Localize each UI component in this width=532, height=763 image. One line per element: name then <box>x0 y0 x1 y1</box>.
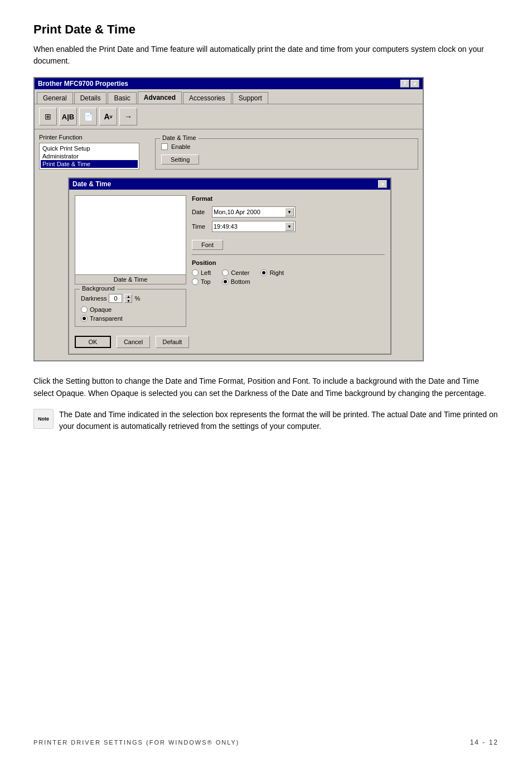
enable-row: Enable <box>161 143 412 150</box>
font-a-toolbar-icon[interactable]: Av <box>99 108 117 125</box>
center-radio-item[interactable]: Center <box>222 269 249 276</box>
time-dropdown[interactable]: 19:49:43 ▼ <box>212 221 296 232</box>
left-label: Left <box>201 269 211 276</box>
spinner-buttons: ▲ ▼ <box>124 294 132 303</box>
right-radio-item[interactable]: Right <box>260 269 284 276</box>
top-radio-item[interactable]: Top <box>192 278 211 285</box>
background-group-label: Background <box>80 285 117 292</box>
left-radio-item[interactable]: Left <box>192 269 211 276</box>
date-dropdown[interactable]: Mon,10 Apr 2000 ▼ <box>212 206 296 218</box>
page-title: Print Date & Time <box>33 22 499 37</box>
arrow-toolbar-icon[interactable]: → <box>119 108 137 125</box>
page-footer: PRINTER DRIVER SETTINGS (FOR WINDOWS® ON… <box>0 738 532 746</box>
tabs-bar: General Details Basic Advanced Accessori… <box>35 89 423 104</box>
page-number: 14 - 12 <box>470 738 499 746</box>
main-dialog-titlebar: Brother MFC9700 Properties ? × <box>35 78 423 89</box>
time-value: 19:49:43 <box>214 223 238 230</box>
date-row-label: Date <box>192 209 209 215</box>
dialog-content: Printer Function Quick Print Setup Admin… <box>35 129 423 174</box>
tab-accessories[interactable]: Accessories <box>183 92 231 104</box>
function-print-date-time[interactable]: Print Date & Time <box>41 160 138 168</box>
popup-dialog: Date & Time × Date & Time Background Dar… <box>68 177 391 355</box>
printer-function-label: Printer Function <box>39 134 151 141</box>
opaque-radio-item[interactable]: Opaque <box>81 306 180 313</box>
tab-support[interactable]: Support <box>233 92 268 104</box>
center-label: Center <box>231 269 249 276</box>
popup-close-button[interactable]: × <box>378 180 387 188</box>
titlebar-controls: ? × <box>400 80 419 88</box>
tab-general[interactable]: General <box>37 92 73 104</box>
preview-label: Date & Time <box>75 274 186 284</box>
popup-buttons: OK Cancel Default <box>69 332 390 354</box>
intro-text: When enabled the Print Date and Time fea… <box>33 44 491 67</box>
font-button[interactable]: Font <box>192 240 223 250</box>
note-row: Note The Date and Time indicated in the … <box>33 409 499 432</box>
ok-button[interactable]: OK <box>75 336 111 348</box>
spinner-up-button[interactable]: ▲ <box>124 294 132 298</box>
main-dialog-title: Brother MFC9700 Properties <box>38 80 128 88</box>
tab-details[interactable]: Details <box>74 92 107 104</box>
function-quick-print[interactable]: Quick Print Setup <box>41 144 138 152</box>
body-text: Click the Setting button to change the D… <box>33 375 491 400</box>
enable-checkbox[interactable] <box>161 143 168 150</box>
darkness-label: Darkness <box>81 295 107 302</box>
bottom-radio[interactable] <box>222 278 229 285</box>
time-dropdown-arrow[interactable]: ▼ <box>285 222 294 231</box>
footer-left: PRINTER DRIVER SETTINGS (FOR WINDOWS® ON… <box>33 739 240 746</box>
center-radio[interactable] <box>222 269 229 276</box>
left-panel: Printer Function Quick Print Setup Admin… <box>39 134 151 170</box>
default-button[interactable]: Default <box>156 336 189 348</box>
enable-label: Enable <box>171 143 190 150</box>
horizontal-radio-row: Left Center Right <box>192 269 385 276</box>
popup-content: Date & Time Background Darkness ▲ ▼ % <box>69 190 390 332</box>
date-time-group-label: Date & Time <box>160 134 199 141</box>
preview-inner <box>75 196 186 274</box>
right-radio[interactable] <box>260 269 267 276</box>
format-panel: Format Date Mon,10 Apr 2000 ▼ Time 19:49… <box>192 195 385 327</box>
note-icon: Note <box>33 409 54 429</box>
close-button[interactable]: × <box>410 80 419 88</box>
tab-advanced[interactable]: Advanced <box>138 91 182 104</box>
format-label: Format <box>192 195 385 202</box>
vertical-radio-row: Top Bottom <box>192 278 385 285</box>
function-administrator[interactable]: Administrator <box>41 152 138 160</box>
separator <box>192 254 385 255</box>
popup-title: Date & Time <box>72 180 111 188</box>
function-list: Quick Print Setup Administrator Print Da… <box>39 143 139 170</box>
bottom-label: Bottom <box>231 278 250 285</box>
preview-area: Date & Time <box>75 195 186 284</box>
right-radio-dot <box>262 271 265 274</box>
opaque-radio[interactable] <box>81 306 88 313</box>
transparent-label: Transparent <box>90 315 123 322</box>
popup-titlebar: Date & Time × <box>69 178 390 190</box>
spinner-down-button[interactable]: ▼ <box>124 298 132 303</box>
bottom-radio-item[interactable]: Bottom <box>222 278 250 285</box>
date-time-group: Date & Time Enable Setting <box>155 138 418 170</box>
help-button[interactable]: ? <box>400 80 409 88</box>
tab-basic[interactable]: Basic <box>108 92 136 104</box>
note-text: The Date and Time indicated in the selec… <box>59 409 499 432</box>
position-label: Position <box>192 259 385 266</box>
time-row-label: Time <box>192 223 209 230</box>
transparent-radio-dot <box>83 317 86 320</box>
darkness-input[interactable] <box>109 294 122 303</box>
grid-toolbar-icon[interactable]: ⊞ <box>39 108 57 125</box>
percent-label: % <box>134 295 140 302</box>
time-format-row: Time 19:49:43 ▼ <box>192 221 385 232</box>
date-value: Mon,10 Apr 2000 <box>214 209 260 215</box>
date-format-row: Date Mon,10 Apr 2000 ▼ <box>192 206 385 218</box>
date-dropdown-arrow[interactable]: ▼ <box>285 207 294 216</box>
right-panel: Date & Time Enable Setting <box>155 134 418 170</box>
cancel-button[interactable]: Cancel <box>117 336 150 348</box>
left-radio[interactable] <box>192 269 199 276</box>
toolbar: ⊞ A|B 📄 Av → <box>35 104 423 129</box>
top-radio[interactable] <box>192 278 199 285</box>
right-label: Right <box>269 269 284 276</box>
transparent-radio-item[interactable]: Transparent <box>81 315 180 322</box>
ab-toolbar-icon[interactable]: A|B <box>59 108 77 125</box>
background-group: Background Darkness ▲ ▼ % Opaque <box>75 289 186 327</box>
document-toolbar-icon[interactable]: 📄 <box>79 108 97 125</box>
setting-button[interactable]: Setting <box>161 154 199 165</box>
top-label: Top <box>201 278 211 285</box>
transparent-radio[interactable] <box>81 315 88 322</box>
